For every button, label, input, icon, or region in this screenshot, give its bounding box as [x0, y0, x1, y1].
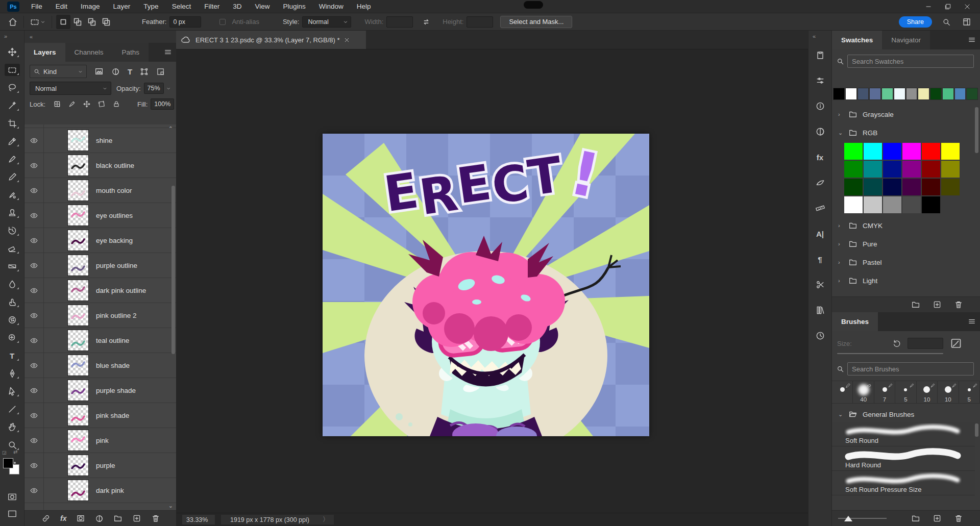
brush-preset[interactable] — [832, 381, 853, 403]
close-tab-icon[interactable] — [344, 37, 350, 43]
swatch[interactable] — [902, 196, 921, 213]
reset-brush-icon[interactable] — [891, 338, 902, 349]
brush-preset[interactable]: 5 — [959, 381, 980, 403]
lock-transparent-pixels-icon[interactable] — [52, 98, 63, 110]
panel-icon-libraries[interactable] — [813, 304, 828, 316]
layer-row-pink[interactable]: pink — [24, 428, 176, 453]
opacity-value[interactable]: 75% — [144, 83, 164, 94]
swatch[interactable] — [922, 143, 940, 160]
type-tool[interactable]: T — [5, 349, 20, 362]
feather-input[interactable] — [169, 16, 201, 28]
swatch[interactable] — [845, 88, 857, 100]
document-info[interactable]: 1919 px x 1778 px (300 ppi) 〉 — [221, 515, 334, 524]
dodge-tool[interactable] — [5, 332, 20, 344]
brush-item-hard-round[interactable]: Hard Round — [832, 446, 975, 471]
swatch[interactable] — [864, 196, 882, 213]
layer-row-purple-shade[interactable]: purple shade — [24, 378, 176, 403]
layer-row-shine[interactable]: shine — [24, 128, 176, 153]
panel-menu-icon[interactable] — [968, 36, 976, 44]
swatch[interactable] — [902, 179, 921, 195]
swatch[interactable] — [844, 179, 863, 195]
brush-item-soft-round[interactable]: Soft Round — [832, 422, 975, 446]
layer-row-teal-outline[interactable]: teal outline — [24, 328, 176, 353]
layer-thumbnail[interactable] — [67, 455, 89, 476]
swatch-group-grayscale[interactable]: ›Grayscale — [832, 105, 975, 123]
swatch[interactable] — [902, 143, 921, 160]
layer-thumbnail[interactable] — [67, 155, 89, 176]
layer-row-black-outline[interactable]: black outline — [24, 153, 176, 178]
filter-pixel-layers-icon[interactable] — [93, 65, 105, 78]
brush-preset[interactable]: 40 — [853, 381, 874, 403]
swatch-group-light[interactable]: ›Light — [832, 271, 975, 290]
menu-layer[interactable]: Layer — [107, 0, 137, 13]
brush-preset[interactable]: 5 — [895, 381, 916, 403]
scroll-down-icon[interactable]: ⌄ — [168, 503, 173, 509]
panel-menu-icon[interactable] — [164, 48, 172, 56]
collapse-strip-icon[interactable]: « — [808, 31, 831, 42]
layer-thumbnail[interactable] — [67, 405, 89, 426]
layer-visibility-toggle[interactable] — [24, 378, 44, 403]
tab-brushes[interactable]: Brushes — [832, 312, 878, 331]
swatch[interactable] — [966, 88, 978, 100]
select-and-mask-button[interactable]: Select and Mask... — [500, 16, 572, 28]
layer-thumbnail[interactable] — [67, 480, 89, 501]
layer-row-mouth-color[interactable]: mouth color — [24, 178, 176, 203]
swatch[interactable] — [833, 88, 845, 100]
panel-icon-info[interactable] — [813, 100, 828, 112]
new-swatch-icon[interactable] — [931, 298, 943, 311]
menu-window[interactable]: Window — [312, 0, 350, 13]
filter-shape-layers-icon[interactable] — [138, 66, 150, 78]
filter-kind-select[interactable]: Kind — [30, 65, 87, 78]
slider-thumb[interactable] — [844, 516, 852, 521]
home-icon[interactable] — [6, 15, 19, 29]
layer-row-pink-shade[interactable]: pink shade — [24, 403, 176, 428]
expand-dock-icon[interactable]: » — [0, 31, 24, 42]
lock-all-icon[interactable] — [111, 98, 122, 110]
tab-channels[interactable]: Channels — [65, 43, 113, 62]
swatch[interactable] — [954, 88, 966, 100]
menu-plugins[interactable]: Plugins — [276, 0, 312, 13]
pen-tool[interactable] — [5, 367, 20, 380]
add-to-selection-mode[interactable] — [70, 15, 85, 29]
swap-colors-icon[interactable]: ⇄ — [13, 449, 17, 455]
layer-visibility-toggle[interactable] — [24, 403, 44, 428]
layer-thumbnail[interactable] — [67, 205, 89, 226]
tab-navigator[interactable]: Navigator — [882, 31, 930, 49]
layer-visibility-toggle[interactable] — [24, 303, 44, 328]
panel-icon-clipboard[interactable] — [813, 49, 828, 61]
menu-select[interactable]: Select — [165, 0, 198, 13]
menu-image[interactable]: Image — [74, 0, 107, 13]
link-layers-icon[interactable] — [40, 512, 52, 524]
pencil-tool[interactable] — [5, 171, 20, 183]
swatch[interactable] — [844, 143, 863, 160]
zoom-level-field[interactable]: 33.33% — [182, 515, 215, 524]
layer-visibility-toggle[interactable] — [24, 478, 44, 503]
brush-preview-slider[interactable] — [838, 518, 887, 519]
layer-thumbnail[interactable] — [67, 130, 89, 151]
menu-view[interactable]: View — [248, 0, 276, 13]
brush-preset[interactable]: 10 — [938, 381, 959, 403]
layer-thumbnail[interactable] — [67, 380, 89, 401]
restore-button[interactable] — [940, 1, 955, 12]
new-group-icon[interactable] — [112, 512, 124, 524]
swatch[interactable] — [844, 196, 863, 213]
panel-icon-effects[interactable]: fx — [813, 151, 828, 163]
swatch[interactable] — [883, 196, 901, 213]
brushes-scrollbar[interactable] — [975, 423, 978, 437]
layer-visibility-toggle[interactable] — [24, 453, 44, 478]
brush-size-slider[interactable] — [837, 353, 943, 354]
object-selection-tool[interactable] — [5, 99, 20, 112]
swatch[interactable] — [894, 88, 905, 100]
swatch[interactable] — [941, 179, 960, 195]
panel-icon-measurement[interactable] — [813, 202, 828, 214]
screen-mode-icon[interactable] — [7, 509, 18, 518]
layer-visibility-toggle[interactable] — [24, 153, 44, 178]
lock-image-pixels-icon[interactable] — [66, 98, 78, 110]
swatch[interactable] — [922, 196, 940, 213]
path-selection-tool[interactable] — [5, 385, 20, 397]
height-input[interactable] — [467, 16, 493, 28]
swatch[interactable] — [902, 161, 921, 178]
layer-visibility-toggle[interactable] — [24, 203, 44, 228]
swatch[interactable] — [883, 161, 901, 178]
brush-group-row[interactable]: ⌄ General Brushes — [832, 407, 980, 422]
